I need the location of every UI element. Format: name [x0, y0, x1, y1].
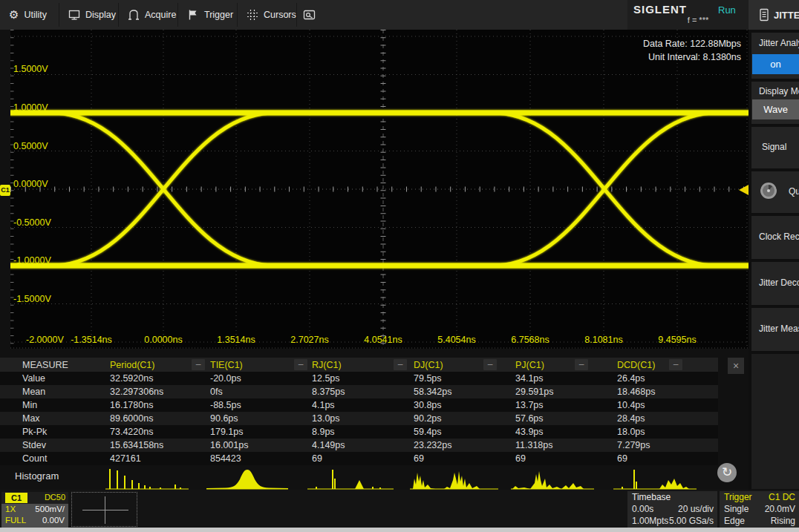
cell: 28.4ps [617, 413, 718, 424]
display-mode-button[interactable]: Wave [752, 99, 799, 119]
probe-attenuation: 1X [5, 505, 16, 513]
table-row-mean: Mean 32.297306ns 0fs 8.375ps 58.342ps 29… [0, 385, 718, 398]
quick-label: Qu [789, 186, 799, 197]
histogram-period [104, 467, 192, 490]
row-label: Pk-Pk [0, 427, 110, 437]
refresh-icon[interactable]: ↻ [717, 463, 737, 482]
histogram-pj [509, 467, 597, 490]
measure-title: MEASURE [0, 360, 110, 370]
remove-measurement-icon[interactable]: – [394, 359, 407, 370]
close-table-button[interactable]: × [728, 358, 744, 374]
jitter-decomp-section[interactable]: Jitter Deco [751, 262, 799, 305]
table-row-stdev: Stdev 15.634158ns 16.001ps 4.149ps 23.23… [0, 439, 718, 452]
gear-icon: ⚙ [9, 10, 19, 21]
brand-logo: SIGLENT [633, 3, 687, 16]
status-bar: C1 DC50 1X 500mV/ FULL 0.00V Timebase 0.… [0, 490, 799, 528]
cell: -88.5ps [210, 400, 312, 410]
menubar-divider [237, 3, 238, 27]
waveform-display[interactable]: 1.5000V 1.0000V 0.5000V 0.0000V -0.5000V… [10, 30, 749, 349]
menu-trigger[interactable]: Trigger [178, 0, 238, 30]
cell: 59.4ps [414, 427, 515, 437]
jitter-measure-label: Jitter Meas [759, 324, 799, 334]
cell: 16.1780ns [110, 400, 210, 410]
histogram-rj [306, 467, 397, 490]
clock-recovery-label: Clock Reco [759, 231, 799, 242]
cell: 32.5920ns [110, 373, 210, 384]
cell: 57.6ps [515, 413, 617, 424]
histogram-dcd [612, 467, 699, 490]
screenshot-button[interactable] [297, 0, 322, 30]
signal-section[interactable]: Signal [751, 127, 799, 168]
trigger-box[interactable]: Trigger C1 DC Single 20.0mV Edge Rising [720, 491, 799, 528]
row-label: Mean [0, 387, 110, 397]
cell: -20.0ps [210, 373, 312, 384]
run-status[interactable]: Run [718, 4, 736, 16]
remove-measurement-icon[interactable]: – [575, 359, 588, 370]
timebase-label: Timebase [632, 492, 671, 502]
cell: 179.1ps [210, 427, 312, 437]
clock-recovery-section[interactable]: Clock Reco [751, 216, 799, 259]
cell: 0fs [210, 387, 312, 397]
quick-section[interactable]: Qu [751, 171, 799, 213]
unit-interval-readout: Unit Interval: 8.1380ns [643, 50, 741, 64]
sample-rate: 5.00 GSa/s [669, 516, 714, 526]
menubar-divider [177, 3, 178, 27]
channel1-settings: 1X 500mV/ FULL 0.00V [1, 504, 68, 528]
trigger-level-marker[interactable] [739, 185, 749, 195]
bottom-strip [0, 528, 799, 532]
cell: 43.9ps [515, 427, 617, 437]
trigger-level: 20.0mV [765, 504, 795, 514]
channel1-badge[interactable]: C1 [5, 493, 27, 503]
menu-cursors-label: Cursors [264, 10, 296, 20]
remove-measurement-icon[interactable]: – [483, 359, 497, 370]
data-rate-readout: Data Rate: 122.88Mbps [643, 37, 741, 50]
table-row-min: Min 16.1780ns -88.5ps 4.1ps 30.8ps 13.7p… [0, 398, 718, 412]
menubar-divider [59, 3, 59, 27]
cell: 32.297306ns [110, 387, 210, 397]
row-label: Max [0, 413, 110, 424]
timebase-box[interactable]: Timebase 0.00s 20 us/div 1.00Mpts 5.00 G… [627, 491, 717, 528]
zoom-preview-box[interactable] [71, 492, 137, 527]
x-axis-label: 1.3514ns [205, 335, 267, 345]
jitter-measure-section[interactable]: Jitter Meas [751, 308, 799, 351]
cell: 18.0ps [617, 427, 718, 437]
screenshot-icon [303, 9, 316, 22]
channel1-ground-marker[interactable]: C1 [0, 185, 10, 196]
sidebar-header: JITTER [749, 0, 799, 30]
remove-measurement-icon[interactable]: – [294, 359, 307, 370]
preview-crosshair-v [105, 496, 105, 524]
cell: 69 [617, 453, 718, 464]
cell: 8.9ps [312, 427, 414, 437]
cell: 4.149ps [312, 440, 414, 450]
cell: 29.591ps [515, 387, 617, 397]
cell: 11.318ps [515, 440, 617, 450]
display-icon [68, 9, 80, 21]
menu-display[interactable]: Display [59, 0, 119, 30]
cell: 10.4ps [617, 400, 718, 410]
cell: 12.5ps [312, 373, 414, 384]
menu-utility[interactable]: ⚙ Utility [0, 0, 59, 30]
menu-trigger-label: Trigger [204, 10, 233, 20]
channel1-info-box[interactable]: C1 DC50 1X 500mV/ FULL 0.00V [1, 492, 68, 528]
clipboard-icon [759, 8, 769, 22]
column-header[interactable]: DCD(C1) [617, 360, 718, 370]
x-axis-label: 0.0000ns [132, 335, 195, 345]
timebase-scale: 20 us/div [678, 504, 714, 514]
cell: 7.279ps [617, 440, 718, 450]
jitter-analysis-toggle[interactable]: on [752, 54, 799, 74]
histogram-dj [408, 467, 501, 490]
column-header[interactable]: DJ(C1) [414, 360, 515, 370]
remove-measurement-icon[interactable]: – [192, 359, 205, 370]
remove-measurement-icon[interactable]: – [669, 359, 682, 370]
signal-label: Signal [762, 142, 786, 152]
column-header[interactable]: PJ(C1) [515, 360, 617, 370]
menu-acquire[interactable]: Acquire [119, 0, 178, 30]
x-axis-label: 2.7027ns [278, 335, 341, 345]
menu-cursors[interactable]: Cursors [238, 0, 297, 30]
cell: 26.4ps [617, 373, 718, 384]
y-axis-label: -1.0000V [13, 255, 51, 266]
row-label: Stdev [0, 440, 110, 450]
cell: 8.375ps [312, 387, 414, 397]
cell: 13.7ps [515, 400, 617, 410]
measure-table-header: MEASURE Period(C1) TIE(C1) RJ(C1) DJ(C1)… [0, 358, 718, 372]
